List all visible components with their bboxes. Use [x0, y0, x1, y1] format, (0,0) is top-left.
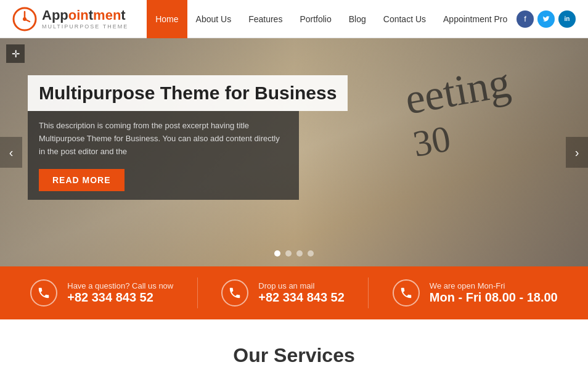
- header: Appointment MULTIPURPOSE THEME Home Abou…: [0, 0, 588, 38]
- move-icon[interactable]: ✛: [6, 44, 25, 63]
- linkedin-icon[interactable]: in: [558, 10, 576, 28]
- twitter-bird-icon: [542, 15, 550, 23]
- hero-handwriting: eeting30: [402, 60, 521, 164]
- nav-item-about[interactable]: About Us: [187, 0, 240, 38]
- hero-description: This description is coming from the post…: [39, 120, 288, 158]
- dot-3[interactable]: [296, 250, 303, 257]
- contact-label-3: We are open Mon-Fri: [430, 281, 558, 290]
- next-arrow[interactable]: ›: [566, 137, 588, 168]
- slider-dots: [274, 250, 314, 257]
- contact-info-1: Have a question? Call us now +82 334 843…: [67, 281, 173, 305]
- phone-svg-1: [37, 286, 51, 300]
- contact-value-3: Mon - Fri 08.00 - 18.00: [430, 290, 558, 305]
- nav-item-contact[interactable]: Contact Us: [375, 0, 435, 38]
- nav-item-home[interactable]: Home: [147, 0, 187, 38]
- phone-svg-2: [228, 286, 242, 300]
- read-more-button[interactable]: READ MORE: [39, 169, 125, 191]
- nav-item-apppro[interactable]: Appointment Pro: [435, 0, 516, 38]
- contact-divider-1: [197, 278, 198, 308]
- logo[interactable]: Appointment MULTIPURPOSE THEME: [12, 7, 128, 31]
- logo-subtitle: MULTIPURPOSE THEME: [42, 23, 128, 30]
- logo-text: Appointment MULTIPURPOSE THEME: [42, 8, 128, 29]
- contact-value-1: +82 334 843 52: [67, 290, 173, 305]
- services-section: Our Services This is the service descrip…: [0, 319, 588, 370]
- social-icons: f in: [517, 10, 576, 28]
- nav-item-blog[interactable]: Blog: [340, 0, 375, 38]
- logo-title: Appointment: [42, 8, 128, 23]
- services-title: Our Services: [12, 344, 576, 367]
- hero-desc-box: This description is coming from the post…: [28, 111, 299, 200]
- contact-value-2: +82 334 843 52: [258, 290, 345, 305]
- phone-svg-3: [399, 286, 413, 300]
- contact-info-2: Drop us an mail +82 334 843 52: [258, 281, 345, 305]
- contact-divider-2: [368, 278, 369, 308]
- hero-slider: eeting30 ✛ Multipurpose Theme for Busine…: [0, 38, 588, 266]
- phone-icon-3: [393, 279, 420, 306]
- contact-item-hours: We are open Mon-Fri Mon - Fri 08.00 - 18…: [393, 279, 558, 306]
- contact-bar: Have a question? Call us now +82 334 843…: [0, 266, 588, 319]
- twitter-icon[interactable]: [537, 10, 555, 28]
- dot-4[interactable]: [308, 250, 314, 257]
- logo-icon: [12, 7, 37, 31]
- contact-label-2: Drop us an mail: [258, 281, 345, 290]
- facebook-icon[interactable]: f: [517, 10, 534, 28]
- phone-icon-1: [30, 279, 57, 306]
- prev-arrow[interactable]: ‹: [0, 137, 22, 168]
- hero-content: Multipurpose Theme for Business This des…: [28, 75, 348, 200]
- dot-2[interactable]: [285, 250, 292, 257]
- hero-title: Multipurpose Theme for Business: [39, 83, 337, 104]
- contact-label-1: Have a question? Call us now: [67, 281, 173, 290]
- nav-item-portfolio[interactable]: Portfolio: [291, 0, 340, 38]
- phone-icon-2: [221, 279, 248, 306]
- hero-title-box: Multipurpose Theme for Business: [28, 75, 348, 111]
- main-nav: Home About Us Features Portfolio Blog Co…: [147, 0, 517, 38]
- contact-info-3: We are open Mon-Fri Mon - Fri 08.00 - 18…: [430, 281, 558, 305]
- contact-item-email: Drop us an mail +82 334 843 52: [221, 279, 345, 306]
- nav-item-features[interactable]: Features: [240, 0, 291, 38]
- dot-1[interactable]: [274, 250, 280, 257]
- contact-item-phone: Have a question? Call us now +82 334 843…: [30, 279, 173, 306]
